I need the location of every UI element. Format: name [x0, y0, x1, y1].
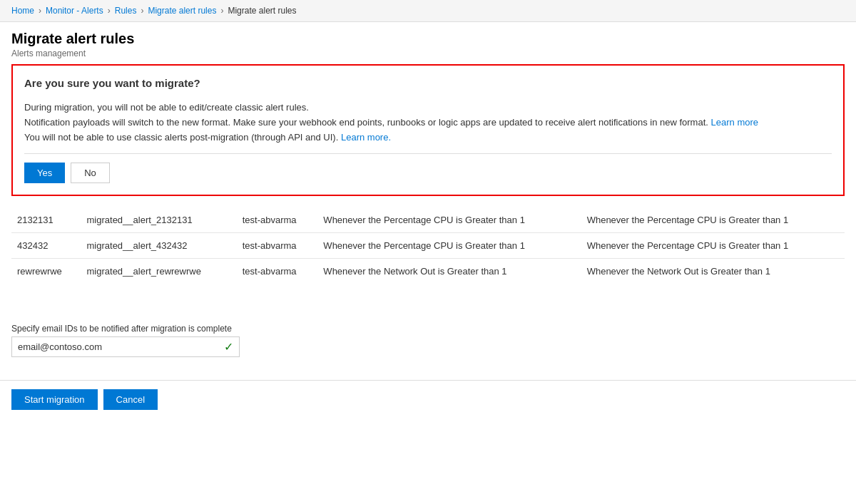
alert-table-container: 2132131migrated__alert_2132131test-abvar…: [11, 207, 845, 301]
start-migration-button[interactable]: Start migration: [11, 389, 98, 410]
table-cell: Whenever the Network Out is Greater than…: [317, 259, 581, 284]
table-cell: test-abvarma: [237, 207, 318, 233]
breadcrumb: Home › Monitor - Alerts › Rules › Migrat…: [0, 0, 856, 22]
breadcrumb-current: Migrate alert rules: [228, 6, 296, 16]
alert-table: 2132131migrated__alert_2132131test-abvar…: [11, 207, 845, 284]
table-cell: 432432: [11, 233, 81, 259]
page-title: Migrate alert rules: [11, 31, 845, 47]
table-cell: test-abvarma: [237, 259, 318, 284]
page-subtitle: Alerts management: [11, 48, 845, 58]
table-cell: rewrewrwe: [11, 259, 81, 284]
confirm-line1: During migration, you will not be able t…: [24, 102, 309, 113]
table-cell: Whenever the Percentage CPU is Greater t…: [581, 233, 845, 259]
confirm-line2-link[interactable]: Learn more: [711, 117, 758, 128]
table-cell: Whenever the Network Out is Greater than…: [581, 259, 845, 284]
table-cell: migrated__alert_432432: [81, 233, 237, 259]
confirm-line2-prefix: Notification payloads will switch to the…: [24, 117, 708, 128]
confirm-body: During migration, you will not be able t…: [24, 101, 832, 145]
breadcrumb-migrate-alert-rules[interactable]: Migrate alert rules: [148, 6, 216, 16]
breadcrumb-sep-3: ›: [141, 6, 143, 16]
confirm-yes-button[interactable]: Yes: [24, 163, 65, 183]
bottom-bar: Start migration Cancel: [0, 380, 856, 418]
table-cell: test-abvarma: [237, 233, 318, 259]
email-input[interactable]: [18, 341, 224, 352]
table-cell: Whenever the Percentage CPU is Greater t…: [317, 233, 581, 259]
page-header: Migrate alert rules Alerts management: [0, 22, 856, 64]
confirm-buttons: Yes No: [24, 163, 832, 183]
breadcrumb-rules[interactable]: Rules: [115, 6, 137, 16]
table-row: rewrewrwemigrated__alert_rewrewrwetest-a…: [11, 259, 845, 284]
confirm-title: Are you sure you want to migrate?: [24, 77, 832, 89]
confirm-line3-link[interactable]: Learn more.: [341, 132, 391, 143]
breadcrumb-sep-4: ›: [220, 6, 223, 16]
breadcrumb-sep-2: ›: [108, 6, 111, 16]
email-section: Specify email IDs to be notified after m…: [11, 324, 845, 357]
email-label: Specify email IDs to be notified after m…: [11, 324, 845, 334]
email-input-wrapper: ✓: [11, 336, 240, 357]
breadcrumb-monitor-alerts[interactable]: Monitor - Alerts: [46, 6, 103, 16]
confirm-divider: [24, 153, 832, 154]
confirm-dialog: Are you sure you want to migrate? During…: [11, 64, 845, 196]
table-row: 432432migrated__alert_432432test-abvarma…: [11, 233, 845, 259]
check-icon: ✓: [224, 340, 233, 354]
table-cell: 2132131: [11, 207, 81, 233]
main-content: Are you sure you want to migrate? During…: [0, 64, 856, 380]
table-cell: Whenever the Percentage CPU is Greater t…: [317, 207, 581, 233]
breadcrumb-sep-1: ›: [39, 6, 41, 16]
cancel-button[interactable]: Cancel: [103, 389, 158, 410]
table-cell: migrated__alert_2132131: [81, 207, 237, 233]
table-cell: Whenever the Percentage CPU is Greater t…: [581, 207, 845, 233]
confirm-line3-prefix: You will not be able to use classic aler…: [24, 132, 338, 143]
table-row: 2132131migrated__alert_2132131test-abvar…: [11, 207, 845, 233]
table-cell: migrated__alert_rewrewrwe: [81, 259, 237, 284]
confirm-no-button[interactable]: No: [71, 163, 110, 183]
breadcrumb-home[interactable]: Home: [11, 6, 34, 16]
